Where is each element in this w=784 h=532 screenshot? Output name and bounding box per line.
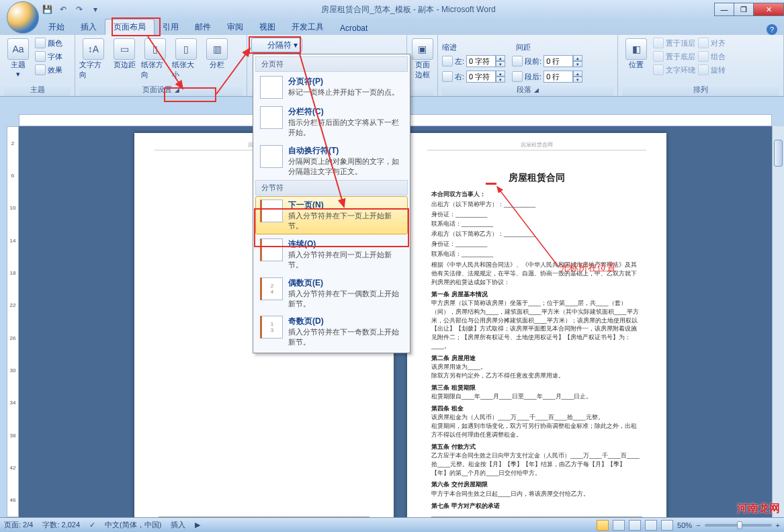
tab-acrobat[interactable]: Acrobat [332, 21, 376, 35]
space-after-input[interactable]: ▴▾ [543, 71, 582, 83]
group-label-paragraph[interactable]: 段落◢ [442, 83, 613, 96]
indent-left-input[interactable]: ▴▾ [466, 55, 505, 67]
page-border-button[interactable]: ▣页面 边框 [411, 37, 433, 80]
tab-insert[interactable]: 插入 [73, 19, 105, 35]
margins-icon: ▭ [114, 38, 135, 60]
spacing-label: 间距 [516, 42, 531, 52]
dd-page-break[interactable]: 分页符(P)标记一页终止并开始下一页的点。 [255, 73, 408, 102]
maximize-button[interactable]: ❐ [734, 3, 754, 16]
orientation-icon: ▯ [144, 38, 166, 60]
margins-button[interactable]: ▭页边距 [110, 37, 138, 70]
dd-column-break[interactable]: 分栏符(C)指示分栏符后面的文字将从下一栏开始。 [255, 103, 408, 141]
dd-section-page-breaks: 分页符 [255, 56, 408, 72]
status-words[interactable]: 字数: 2,024 [42, 520, 80, 530]
breaks-icon [256, 40, 265, 50]
dd-odd-page[interactable]: 13奇数页(D)插入分节符并在下一奇数页上开始新节。 [255, 312, 408, 351]
group-label-themes: 主题 [4, 83, 71, 96]
minimize-button[interactable]: — [714, 3, 734, 16]
annotation-text: 光标所在位置 [560, 262, 616, 274]
tab-home[interactable]: 开始 [40, 19, 73, 35]
theme-effects[interactable]: 效果 [35, 64, 62, 76]
view-full-reading[interactable] [613, 520, 625, 531]
columns-button[interactable]: ▥分栏 [203, 37, 231, 70]
tab-page-layout[interactable]: 页面布局 [105, 19, 155, 35]
redo-icon[interactable]: ↷ [73, 3, 86, 16]
ruler-vertical[interactable]: 2610141822263034384246 [7, 126, 19, 517]
theme-fonts[interactable]: 字体 [35, 50, 62, 62]
size-icon: ▯ [175, 38, 197, 60]
even-page-icon: 24 [260, 277, 283, 300]
view-outline[interactable] [645, 520, 657, 531]
status-language[interactable]: 中文(简体，中国) [105, 520, 161, 530]
tab-review[interactable]: 审阅 [219, 19, 251, 35]
dd-text-wrap-break[interactable]: 自动换行符(T)分隔网页上的对象周围的文字，如分隔题注文字与正文。 [255, 142, 408, 180]
wrap-break-icon [260, 145, 283, 168]
orientation-button[interactable]: ▯纸张方向 [141, 37, 169, 80]
view-print-layout[interactable] [597, 520, 609, 531]
dd-next-page[interactable]: 下一页(N)插入分节符并在下一页上开始新节。 [255, 196, 408, 234]
breaks-dropdown: 分页符 分页符(P)标记一页终止并开始下一页的点。 分栏符(C)指示分栏符后面的… [253, 54, 410, 353]
cursor-marker [486, 183, 496, 185]
dd-section-section-breaks: 分节符 [255, 180, 408, 195]
ribbon-tabs: 开始 插入 页面布局 引用 邮件 审阅 视图 开发工具 Acrobat ? [0, 19, 784, 35]
page-break-icon [260, 76, 283, 99]
tab-mailings[interactable]: 邮件 [187, 19, 219, 35]
send-back: 置于底层 [653, 50, 695, 62]
space-before-icon [512, 56, 523, 66]
scrollbar-thumb[interactable] [774, 140, 783, 167]
position-button[interactable]: ◧位置 [622, 37, 650, 70]
status-macro-icon[interactable]: ▶ [195, 521, 200, 529]
zoom-slider[interactable] [705, 524, 772, 527]
undo-icon[interactable]: ↶ [56, 3, 70, 16]
group-label-page-setup[interactable]: 页面设置◢ [79, 83, 243, 96]
help-icon[interactable]: ? [767, 24, 777, 35]
zoom-out-button[interactable]: − [696, 521, 700, 529]
indent-right-input[interactable]: ▴▾ [466, 71, 505, 83]
title-bar: 💾 ↶ ↷ ▾ 房屋租赁合同_范本_模板 - 副本 - Microsoft Wo… [0, 0, 784, 19]
position-icon: ◧ [625, 38, 647, 60]
indent-label: 缩进 [442, 42, 457, 52]
continuous-icon [260, 238, 283, 261]
tab-references[interactable]: 引用 [155, 19, 187, 35]
tab-view[interactable]: 视图 [251, 19, 284, 35]
view-web[interactable] [629, 520, 641, 531]
zoom-in-button[interactable]: + [776, 521, 780, 529]
fonts-icon [35, 51, 46, 62]
dialog-launcher-icon[interactable]: ◢ [175, 87, 179, 93]
office-button[interactable] [7, 1, 39, 34]
space-before-input[interactable]: ▴▾ [543, 55, 582, 67]
group-label-arrange: 排列 [622, 83, 779, 96]
save-icon[interactable]: 💾 [40, 3, 54, 16]
bring-front: 置于顶层 [653, 37, 695, 49]
zoom-knob[interactable] [737, 521, 742, 529]
page-2[interactable]: 房屋租赁合同 房屋租赁合同 本合同双方当事人： 出租方（以下简称甲方）：____… [407, 133, 666, 517]
themes-icon: Aa [7, 38, 29, 60]
align: 对齐 [698, 37, 726, 49]
zoom-level[interactable]: 50% [677, 521, 692, 529]
next-page-icon [260, 200, 283, 222]
status-insert-mode[interactable]: 插入 [171, 520, 185, 530]
tab-developer[interactable]: 开发工具 [284, 19, 332, 35]
indent-right-icon [442, 71, 453, 82]
status-proof-icon[interactable]: ✓ [89, 521, 95, 529]
colors-icon [35, 38, 46, 48]
dd-continuous[interactable]: 连续(O)插入分节符并在同一页上开始新节。 [255, 235, 408, 273]
view-draft[interactable] [661, 520, 673, 531]
dd-even-page[interactable]: 24偶数页(E)插入分节符并在下一偶数页上开始新节。 [255, 274, 408, 312]
vertical-scrollbar[interactable] [772, 126, 784, 517]
status-page[interactable]: 页面: 2/4 [4, 520, 33, 530]
theme-colors[interactable]: 颜色 [35, 37, 62, 49]
indent-left-icon [442, 56, 453, 66]
close-button[interactable]: ✕ [753, 3, 784, 16]
page-header-2: 房屋租赁合同 [427, 141, 646, 150]
group: 组合 [698, 50, 726, 62]
size-button[interactable]: ▯纸张大小 [172, 37, 200, 80]
text-direction-button[interactable]: ↕A文字方向 [79, 37, 107, 80]
window-title: 房屋租赁合同_范本_模板 - 副本 - Microsoft Word [102, 4, 715, 15]
themes-button[interactable]: Aa主题▾ [4, 37, 32, 79]
breaks-button[interactable]: 分隔符▾ [251, 38, 302, 52]
page-content: 房屋租赁合同 本合同双方当事人： 出租方（以下简称甲方）：__________ … [407, 150, 666, 517]
qat-more-icon[interactable]: ▾ [89, 3, 102, 16]
page-border-icon: ▣ [412, 38, 433, 60]
quick-access-toolbar: 💾 ↶ ↷ ▾ [40, 3, 102, 16]
